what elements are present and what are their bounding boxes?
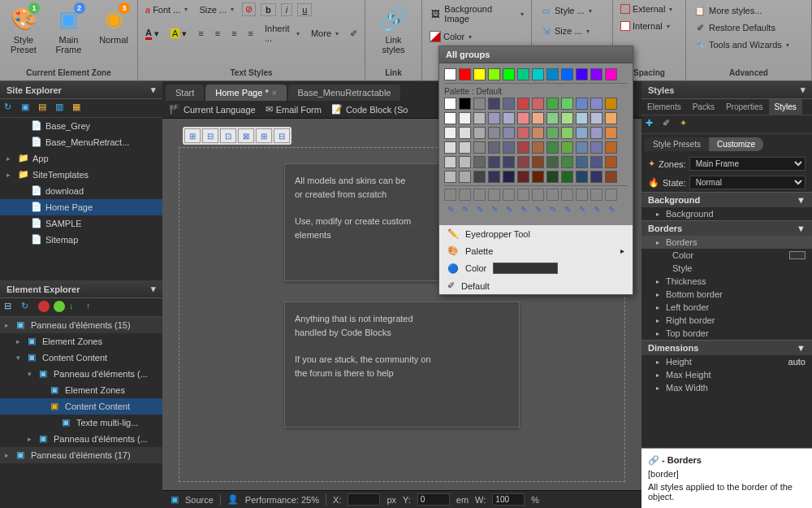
tree-item[interactable]: 📄SAMPLE bbox=[0, 215, 162, 232]
custom-color-slot[interactable] bbox=[488, 189, 500, 201]
move-down-icon[interactable]: ↓ bbox=[69, 301, 82, 314]
color-cell[interactable] bbox=[546, 127, 559, 139]
tree-item[interactable]: ▾▣Panneau d'éléments (... bbox=[0, 366, 162, 382]
y-input[interactable] bbox=[417, 493, 450, 506]
prop-group-header[interactable]: Borders▼ bbox=[641, 220, 812, 236]
tree-item[interactable]: 📄Home Page bbox=[0, 199, 162, 215]
tree-item[interactable]: 📄Base_MenuRetract... bbox=[0, 134, 162, 150]
bold-button[interactable]: b bbox=[261, 3, 276, 16]
custom-color-slot[interactable] bbox=[444, 189, 456, 201]
eyedropper-slot[interactable]: ✎ bbox=[546, 203, 559, 215]
center-toolbar-item[interactable]: 🏴Current Language bbox=[169, 104, 256, 115]
tree-item[interactable]: ▣Content Content bbox=[0, 398, 162, 415]
color-cell[interactable] bbox=[444, 156, 456, 168]
custom-color-slot[interactable] bbox=[561, 189, 573, 201]
eyedropper-slot[interactable]: ✎ bbox=[561, 203, 573, 215]
color-cell[interactable] bbox=[517, 112, 529, 124]
styles-subtab[interactable]: Styles bbox=[769, 99, 802, 115]
align-left-icon[interactable]: ≡ bbox=[195, 27, 206, 40]
custom-color-slot[interactable] bbox=[605, 189, 617, 201]
size-dropdown[interactable]: Size ... bbox=[196, 3, 237, 16]
eyedropper-slot[interactable]: ✎ bbox=[488, 203, 500, 215]
internal-spacing-button[interactable]: Internal bbox=[617, 20, 673, 33]
underline-button[interactable]: u bbox=[297, 3, 312, 16]
w-input[interactable] bbox=[492, 493, 525, 506]
color-cell[interactable] bbox=[459, 112, 471, 124]
prop-item[interactable]: ▸Top border bbox=[641, 327, 812, 340]
tree-item[interactable]: 📄Sitemap bbox=[0, 232, 162, 248]
custom-color-slot[interactable] bbox=[590, 189, 603, 201]
color-cell[interactable] bbox=[561, 68, 573, 80]
eyedropper-slot[interactable]: ✎ bbox=[590, 203, 603, 215]
color-cell[interactable] bbox=[546, 98, 559, 110]
color-cell[interactable] bbox=[473, 68, 486, 80]
box-style-dropdown[interactable]: ▭ Style ... bbox=[536, 2, 595, 19]
color-cell[interactable] bbox=[459, 171, 471, 183]
layout-tool-1[interactable]: ⊞ bbox=[184, 128, 201, 143]
eyedropper-slot[interactable]: ✎ bbox=[517, 203, 529, 215]
italic-button[interactable]: i bbox=[281, 3, 292, 16]
color-cell[interactable] bbox=[488, 171, 500, 183]
import-icon[interactable]: ▦ bbox=[72, 102, 85, 115]
color-cell[interactable] bbox=[546, 171, 559, 183]
text-color-button[interactable]: A▾ bbox=[142, 26, 162, 41]
bg-color-dropdown[interactable]: Color bbox=[426, 29, 475, 44]
prop-item[interactable]: ▸Heightauto bbox=[641, 355, 812, 368]
layout-tool-3[interactable]: ⊡ bbox=[220, 128, 236, 143]
tree-item[interactable]: ▸📁SiteTemplates bbox=[0, 167, 162, 183]
more-dropdown[interactable]: More bbox=[308, 27, 342, 40]
styles-subtab[interactable]: Packs bbox=[687, 99, 720, 115]
state-select[interactable]: Normal bbox=[689, 176, 806, 189]
close-icon[interactable]: × bbox=[272, 89, 277, 98]
tree-item[interactable]: ▾▣Content Content bbox=[0, 350, 162, 366]
color-cell[interactable] bbox=[473, 112, 486, 124]
color-cell[interactable] bbox=[488, 112, 500, 124]
color-cell[interactable] bbox=[488, 68, 500, 80]
color-cell[interactable] bbox=[605, 112, 617, 124]
prop-item[interactable]: ▸Bottom border bbox=[641, 288, 812, 301]
panel-arrow-icon[interactable]: ▾ bbox=[151, 85, 156, 95]
eyedropper-slot[interactable]: ✎ bbox=[444, 203, 456, 215]
color-cell[interactable] bbox=[590, 127, 603, 139]
color-cell[interactable] bbox=[444, 98, 456, 110]
color-cell[interactable] bbox=[444, 141, 456, 154]
tree-item[interactable]: ▸▣Panneau d'éléments (17) bbox=[0, 447, 162, 463]
layout-tool-5[interactable]: ⊞ bbox=[256, 128, 272, 143]
tree-item[interactable]: ▸▣Element Zones bbox=[0, 333, 162, 350]
color-cell[interactable] bbox=[459, 68, 471, 80]
style-presets-tab[interactable]: Style Presets bbox=[645, 137, 709, 151]
add-style-icon[interactable]: ✚ bbox=[646, 118, 659, 131]
color-cell[interactable] bbox=[503, 141, 515, 154]
restore-defaults-button[interactable]: ✐ Restore Defaults bbox=[690, 20, 779, 36]
color-cell[interactable] bbox=[561, 127, 573, 139]
color-cell[interactable] bbox=[503, 68, 515, 80]
x-input[interactable] bbox=[348, 493, 380, 506]
color-cell[interactable] bbox=[561, 141, 573, 154]
prop-item[interactable]: ▸Left border bbox=[641, 301, 812, 314]
color-cell[interactable] bbox=[517, 156, 529, 168]
document-tab[interactable]: Start bbox=[166, 85, 204, 101]
color-cell[interactable] bbox=[532, 141, 544, 154]
bg-image-dropdown[interactable]: 🖼 Background Image bbox=[426, 2, 527, 25]
tree-item[interactable]: ▸▣Panneau d'éléments (15) bbox=[0, 317, 162, 333]
zones-select[interactable]: Main Frame bbox=[689, 157, 806, 171]
color-cell[interactable] bbox=[576, 68, 588, 80]
document-tab[interactable]: Base_MenuRetractable bbox=[288, 85, 401, 101]
default-menu-item[interactable]: ✐Default bbox=[439, 277, 633, 294]
font-dropdown[interactable]: a Font ... bbox=[142, 3, 191, 16]
eyedropper-slot[interactable]: ✎ bbox=[605, 203, 617, 215]
back-color-button[interactable]: A▾ bbox=[167, 27, 190, 41]
element-tree[interactable]: ▸▣Panneau d'éléments (15)▸▣Element Zones… bbox=[0, 317, 162, 508]
eraser-icon[interactable]: ✐ bbox=[347, 27, 361, 41]
color-cell[interactable] bbox=[532, 68, 544, 80]
tools-wizards-button[interactable]: 🔧 Tools and Wizards bbox=[690, 37, 793, 53]
custom-color-slot[interactable] bbox=[517, 189, 529, 201]
color-cell[interactable] bbox=[517, 171, 529, 183]
color-cell[interactable] bbox=[503, 156, 515, 168]
justify-icon[interactable]: ≡ bbox=[245, 27, 257, 40]
prop-group-header[interactable]: Background▼ bbox=[641, 192, 812, 207]
collapse-icon[interactable]: ⊟ bbox=[4, 301, 17, 314]
content-box-2[interactable]: Anything that is not integrated handled … bbox=[284, 302, 520, 428]
color-cell[interactable] bbox=[561, 98, 573, 110]
color-cell[interactable] bbox=[532, 127, 544, 139]
